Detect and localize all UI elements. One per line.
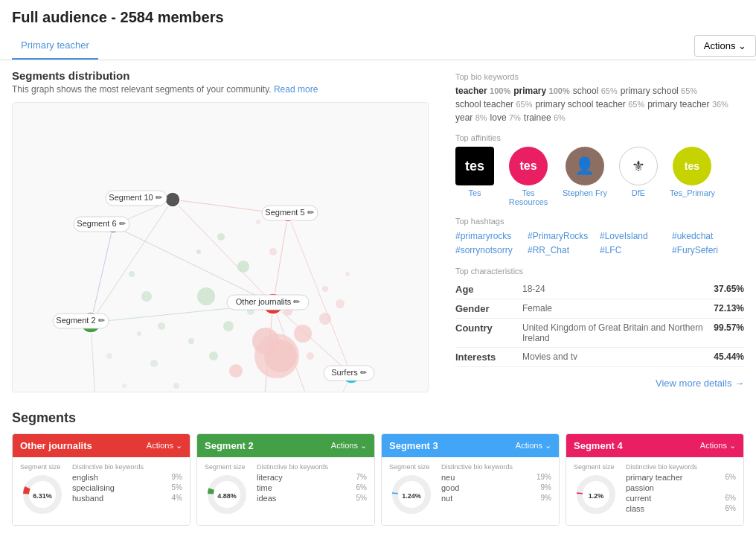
card-body-4: Segment size 1.2% Distinctive bio keywor… [566, 457, 743, 525]
hashtag-RR_Chat[interactable]: #RR_Chat [528, 244, 600, 256]
svg-point-31 [307, 352, 314, 360]
segment-card-2: Segment 2 Actions ⌄ Segment size 4.88% D… [196, 433, 375, 526]
kw-row: good9% [441, 483, 551, 492]
page-title: Full audience - 2584 members [0, 0, 756, 32]
svg-line-16 [113, 226, 273, 304]
svg-point-21 [223, 321, 234, 331]
svg-text:1.24%: 1.24% [402, 492, 421, 500]
hashtag-PrimaryRocks[interactable]: #PrimaryRocks [528, 230, 600, 242]
kw-row: literacy7% [257, 473, 367, 482]
read-more-link[interactable]: Read more [274, 84, 318, 95]
char-gender-label: Gender [455, 303, 522, 314]
affinity-tes[interactable]: tes Tes [455, 147, 494, 197]
kw-row: neu19% [441, 473, 551, 482]
card-keywords-2: Distinctive bio keywords literacy7% time… [257, 463, 367, 519]
svg-point-24 [209, 351, 218, 360]
card-actions-3[interactable]: Actions ⌄ [516, 441, 551, 451]
segment-card-other-journalits: Other journalits Actions ⌄ Segment size … [12, 433, 190, 526]
keywords-label-1: Distinctive bio keywords [72, 463, 182, 471]
hashtag-primaryrocks[interactable]: #primaryrocks [455, 230, 528, 242]
donut-chart-3: 1.24% [389, 472, 434, 517]
hashtag-LFC[interactable]: #LFC [600, 244, 672, 256]
dfe-logo: ⚜ [619, 147, 658, 185]
keyword-primary-teacher: primary teacher 36% [647, 99, 728, 109]
svg-point-20 [197, 287, 215, 305]
card-donut-4: Segment size 1.2% [574, 463, 618, 519]
keyword-trainee: trainee 6% [524, 112, 566, 123]
keyword-primary-school: primary school 65% [621, 86, 697, 96]
affinity-tes-primary-name: Tes_Primary [670, 188, 714, 197]
characteristics-section: Top characteristics Age 18-24 37.65% Gen… [455, 267, 744, 367]
svg-point-43 [150, 360, 158, 367]
actions-button[interactable]: Actions ⌄ [694, 35, 756, 57]
svg-point-25 [229, 364, 243, 378]
size-label-3: Segment size [389, 463, 434, 471]
card-donut-2: Segment size 4.88% [205, 463, 249, 519]
svg-text:4.88%: 4.88% [217, 492, 237, 500]
card-title-4: Segment 4 [574, 440, 623, 451]
card-body-3: Segment size 1.24% Distinctive bio keywo… [382, 457, 559, 525]
card-actions-4[interactable]: Actions ⌄ [700, 441, 736, 451]
svg-point-33 [141, 291, 152, 302]
affinity-tes-primary[interactable]: tes Tes_Primary [670, 147, 714, 197]
svg-point-36 [322, 286, 328, 292]
segments-cards: Other journalits Actions ⌄ Segment size … [12, 433, 744, 526]
tab-primary-teacher[interactable]: Primary teacher [12, 32, 98, 60]
hashtags-grid: #primaryrocks #PrimaryRocks #LoveIsland … [455, 230, 744, 256]
svg-point-19 [237, 261, 249, 273]
hashtag-ukedchat[interactable]: #ukedchat [672, 230, 744, 242]
svg-text:Segment 5 ✏: Segment 5 ✏ [265, 208, 314, 217]
kw-row: passion [626, 483, 736, 492]
view-more-link[interactable]: View more details → [455, 378, 744, 389]
segments-distribution-desc: This graph shows the most relevant segme… [12, 84, 443, 95]
svg-point-40 [256, 220, 260, 224]
svg-point-38 [345, 272, 350, 276]
card-donut-3: Segment size 1.24% [389, 463, 434, 519]
bio-keywords-section: Top bio keywords teacher 100% primary 10… [455, 72, 744, 123]
tes-primary-logo: tes [673, 147, 711, 185]
keyword-primary: primary 100% [513, 86, 570, 96]
card-actions-2[interactable]: Actions ⌄ [331, 441, 367, 451]
char-row-country: Country United Kingdom of Great Britain … [455, 319, 744, 348]
keyword-teacher: teacher 100% [455, 86, 510, 96]
kw-row: time6% [257, 483, 367, 492]
bottom-section: Segments Other journalits Actions ⌄ Segm… [0, 401, 756, 535]
card-actions-other-journalits[interactable]: Actions ⌄ [147, 441, 182, 451]
donut-chart-2: 4.88% [205, 472, 249, 517]
svg-point-37 [336, 299, 345, 308]
kw-row: primary teacher6% [626, 473, 736, 482]
svg-point-39 [269, 248, 277, 255]
char-gender-value: Female [522, 303, 703, 314]
card-body-other-journalits: Segment size 6.31% Distinctive bio keywo… [13, 457, 190, 525]
char-gender-pct: 72.13% [703, 303, 744, 314]
card-keywords-other-journalits: Distinctive bio keywords english9% speci… [72, 463, 182, 519]
card-header-other-journalits: Other journalits Actions ⌄ [13, 434, 190, 457]
hashtag-sorrynotsorry[interactable]: #sorrynotsorry [455, 244, 528, 256]
svg-line-4 [273, 214, 288, 304]
svg-point-46 [254, 334, 299, 378]
card-keywords-4: Distinctive bio keywords primary teacher… [626, 463, 736, 519]
affinity-tes-name: Tes [468, 188, 481, 197]
keyword-love: love 7% [490, 112, 521, 123]
svg-point-41 [173, 383, 179, 389]
keyword-school: school 65% [573, 86, 618, 96]
size-label-2: Segment size [205, 463, 249, 471]
affinity-stephen-fry[interactable]: 👤 Stephen Fry [563, 147, 607, 197]
kw-row: specialising5% [72, 483, 182, 492]
svg-text:Segment 6 ✏: Segment 6 ✏ [77, 219, 126, 228]
kw-row: husband4% [72, 494, 182, 503]
characteristics-label: Top characteristics [455, 267, 744, 276]
svg-point-44 [122, 384, 126, 388]
affinity-tes-resources[interactable]: tes Tes Resources [506, 147, 551, 206]
kw-row: ideas5% [257, 494, 367, 503]
kw-row: english9% [72, 473, 182, 482]
right-panel: Top bio keywords teacher 100% primary 10… [455, 69, 744, 392]
size-label-1: Segment size [20, 463, 65, 471]
affinity-dfe[interactable]: ⚜ DfE [619, 147, 658, 197]
svg-point-23 [188, 338, 194, 344]
card-donut-other-journalits: Segment size 6.31% [20, 463, 65, 519]
tes-resources-logo: tes [509, 147, 548, 185]
card-title-2: Segment 2 [205, 440, 254, 451]
hashtag-LoveIsland[interactable]: #LoveIsland [600, 230, 672, 242]
hashtag-FurySeferi[interactable]: #FurySeferi [672, 244, 744, 256]
